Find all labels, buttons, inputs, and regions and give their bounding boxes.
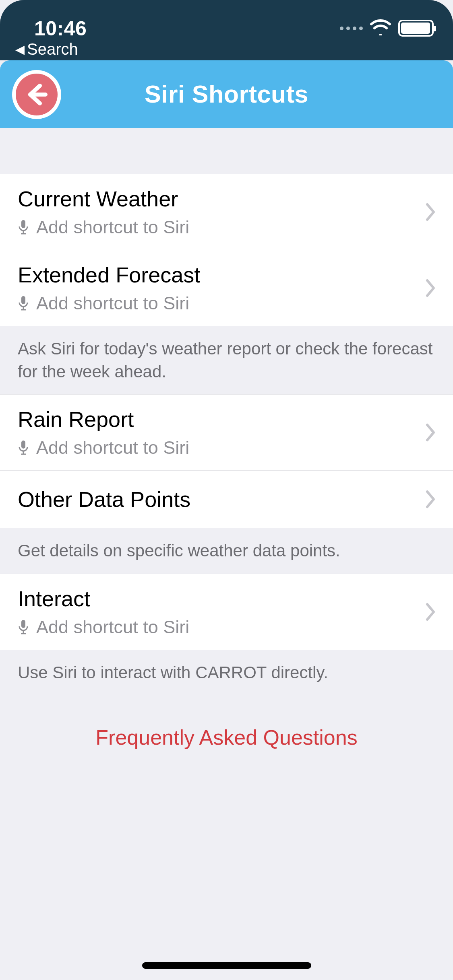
- chevron-right-icon: [425, 202, 437, 222]
- cell-subtitle: Add shortcut to Siri: [36, 437, 189, 458]
- section-interact: Interact Add shortcut to Siri: [0, 574, 453, 650]
- section-weather: Current Weather Add shortcut to Siri Ext…: [0, 174, 453, 326]
- status-indicators: [340, 19, 434, 37]
- cell-title: Extended Forecast: [18, 262, 435, 287]
- cell-current-weather[interactable]: Current Weather Add shortcut to Siri: [0, 174, 453, 250]
- signal-dots-icon: [340, 27, 363, 30]
- breadcrumb-back-label: Search: [27, 40, 78, 58]
- mic-icon: [18, 295, 29, 311]
- chevron-right-icon: [425, 422, 437, 443]
- home-indicator[interactable]: [142, 962, 311, 969]
- battery-icon: [398, 20, 434, 37]
- wifi-icon: [370, 19, 391, 37]
- mic-icon: [18, 219, 29, 235]
- chevron-right-icon: [425, 602, 437, 622]
- cell-subtitle: Add shortcut to Siri: [36, 617, 189, 638]
- section-details: Rain Report Add shortcut to Siri Other D…: [0, 394, 453, 528]
- cell-other-data-points[interactable]: Other Data Points: [0, 470, 453, 528]
- cell-extended-forecast[interactable]: Extended Forecast Add shortcut to Siri: [0, 250, 453, 326]
- svg-rect-1: [21, 220, 25, 228]
- section-footer: Use Siri to interact with CARROT directl…: [0, 650, 453, 696]
- caret-left-icon: ◀: [15, 43, 25, 56]
- mic-icon: [18, 440, 29, 456]
- cell-title: Current Weather: [18, 186, 435, 211]
- cell-title: Interact: [18, 586, 435, 611]
- cell-subtitle: Add shortcut to Siri: [36, 293, 189, 314]
- cell-rain-report[interactable]: Rain Report Add shortcut to Siri: [0, 395, 453, 470]
- status-time: 10:46: [34, 17, 87, 40]
- section-footer: Get details on specific weather data poi…: [0, 528, 453, 574]
- chevron-right-icon: [425, 278, 437, 298]
- cell-title: Other Data Points: [18, 487, 435, 512]
- status-bar: 10:46 ◀ Search: [0, 0, 453, 60]
- page-title: Siri Shortcuts: [145, 80, 308, 108]
- cell-subtitle: Add shortcut to Siri: [36, 217, 189, 238]
- svg-rect-10: [21, 620, 25, 628]
- cell-title: Rain Report: [18, 407, 435, 432]
- page-header: Siri Shortcuts: [0, 60, 453, 128]
- chevron-right-icon: [425, 489, 437, 509]
- cell-interact[interactable]: Interact Add shortcut to Siri: [0, 574, 453, 650]
- breadcrumb-back[interactable]: ◀ Search: [15, 40, 78, 58]
- mic-icon: [18, 619, 29, 635]
- arrow-left-icon: [25, 82, 49, 107]
- section-footer: Ask Siri for today's weather report or c…: [0, 326, 453, 394]
- svg-rect-7: [21, 441, 25, 449]
- faq-link[interactable]: Frequently Asked Questions: [0, 696, 453, 749]
- back-button[interactable]: [12, 70, 61, 119]
- svg-rect-4: [21, 296, 25, 304]
